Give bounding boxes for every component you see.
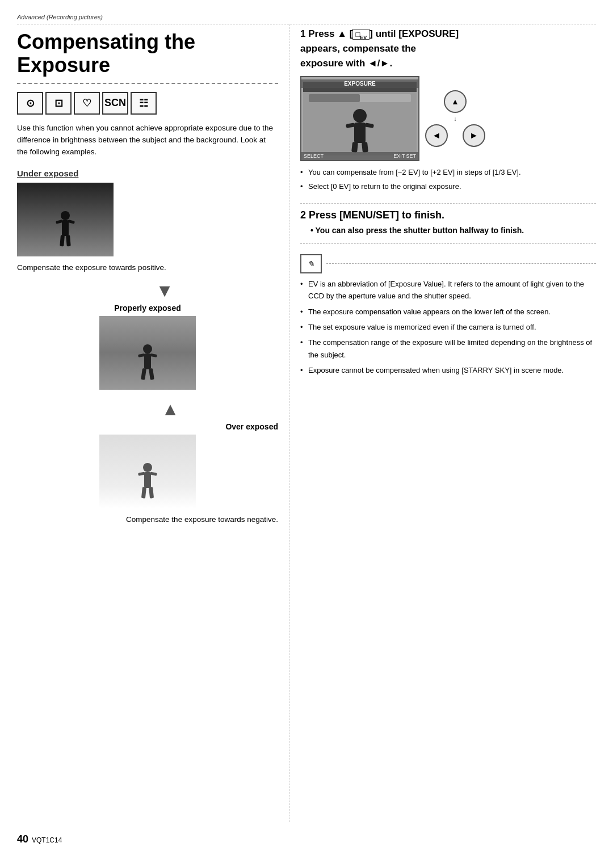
left-column: Compensating the Exposure ⊙ ⊡ ♡ SCN ☷ Us… <box>17 24 289 822</box>
page-title: Compensating the Exposure <box>17 30 278 77</box>
camera-screen-area: EXPOSURE <box>300 76 596 161</box>
mode-icon-list: ☷ <box>131 92 157 115</box>
svg-rect-16 <box>141 487 146 499</box>
step1-section: 1 Press ▲ [□EV] until [EXPOSURE]appears,… <box>300 27 596 204</box>
note-icon-row: ✎ <box>300 254 596 273</box>
svg-rect-8 <box>138 353 145 357</box>
step1-bullets: You can compensate from [−2 EV] to [+2 E… <box>300 167 596 193</box>
svg-point-22 <box>353 109 367 123</box>
svg-rect-3 <box>68 219 75 224</box>
breadcrumb: Advanced (Recording pictures) <box>17 14 596 20</box>
step1-number: 1 Press ▲ [ <box>300 28 352 39</box>
step1-bullet1: You can compensate from [−2 EV] to [+2 E… <box>300 167 596 179</box>
nav-label: ↓ <box>454 115 457 122</box>
proper-silhouette <box>133 343 162 383</box>
mode-icon-normal: ⊙ <box>17 92 43 115</box>
over-exposed-photo <box>99 435 196 508</box>
svg-rect-9 <box>150 353 157 357</box>
svg-rect-13 <box>144 472 151 488</box>
svg-point-0 <box>61 211 70 220</box>
step1-bullet2: Select [0 EV] to return to the original … <box>300 181 596 193</box>
note-bullet2: The exposure compensation value appears … <box>300 306 596 318</box>
screen-exit: EXIT SET <box>393 153 416 159</box>
right-column: 1 Press ▲ [□EV] until [EXPOSURE]appears,… <box>289 24 596 822</box>
nav-left-btn: ◄ <box>425 124 448 147</box>
over-exposed-label: Over exposed <box>17 422 278 431</box>
note-bullet1: EV is an abbreviation of [Exposure Value… <box>300 278 596 302</box>
nav-lr-row: ◄ ► <box>425 124 485 147</box>
mode-icons-row: ⊙ ⊡ ♡ SCN ☷ <box>17 92 278 115</box>
svg-rect-21 <box>309 94 360 102</box>
svg-rect-11 <box>149 368 154 380</box>
svg-rect-17 <box>149 487 154 499</box>
note-bullets-list: EV is an abbreviation of [Exposure Value… <box>300 278 596 377</box>
step2-section: 2 Press [MENU/SET] to finish. • You can … <box>300 209 596 244</box>
screen-select: SELECT <box>304 153 324 159</box>
step1-icon-ev: □EV <box>352 29 370 40</box>
over-exposed-caption: Compensate the exposure towards negative… <box>17 514 278 525</box>
under-exposed-caption: Compensate the exposure towards positive… <box>17 262 278 273</box>
over-silhouette <box>133 462 162 502</box>
svg-rect-15 <box>150 471 157 475</box>
svg-point-12 <box>143 463 152 472</box>
model-number: VQT1C14 <box>32 836 62 844</box>
nav-buttons: ▲ ↓ ◄ ► <box>425 90 485 147</box>
svg-rect-5 <box>66 235 71 247</box>
svg-rect-4 <box>60 235 65 247</box>
note-icon: ✎ <box>300 254 322 273</box>
note-dashes <box>326 263 596 264</box>
note-bullet4: The compensation range of the exposure w… <box>300 336 596 361</box>
svg-point-6 <box>143 344 152 353</box>
camera-screen: EXPOSURE <box>300 76 419 161</box>
properly-exposed-label: Properly exposed <box>17 304 278 313</box>
screen-content <box>303 82 417 155</box>
under-silhouette <box>51 210 79 250</box>
page: Advanced (Recording pictures) Compensati… <box>0 0 613 868</box>
nav-right-btn: ► <box>463 124 485 147</box>
mode-icon-heart: ♡ <box>74 92 100 115</box>
screen-bottom: SELECT EXIT SET <box>301 152 418 160</box>
page-footer: 40 VQT1C14 <box>17 833 596 845</box>
step2-title: 2 Press [MENU/SET] to finish. <box>300 209 596 221</box>
svg-rect-10 <box>141 368 146 380</box>
under-exposed-photo <box>17 183 114 256</box>
properly-exposed-photo <box>99 316 196 390</box>
description-text: Use this function when you cannot achiev… <box>17 123 278 158</box>
nav-up-btn: ▲ <box>444 90 467 113</box>
svg-rect-2 <box>56 219 63 224</box>
notes-section: ✎ EV is an abbreviation of [Exposure Val… <box>300 250 596 377</box>
note-bullet3: The set exposure value is memorized even… <box>300 321 596 333</box>
svg-rect-23 <box>354 123 366 143</box>
screen-label: EXPOSURE <box>301 79 418 88</box>
svg-rect-27 <box>362 142 368 153</box>
under-exposed-heading: Under exposed <box>17 168 278 178</box>
mode-icon-scn: SCN <box>102 92 128 115</box>
svg-rect-1 <box>62 220 69 236</box>
page-number: 40 <box>17 833 28 845</box>
step1-title: 1 Press ▲ [□EV] until [EXPOSURE]appears,… <box>300 27 596 70</box>
arrow-down-icon: ▼ <box>51 280 278 301</box>
svg-rect-26 <box>351 142 358 153</box>
svg-rect-14 <box>138 471 145 475</box>
arrow-up-icon: ▲ <box>62 399 278 420</box>
note-bullet5: Exposure cannot be compensated when usin… <box>300 364 596 376</box>
step2-sub: • You can also press the shutter button … <box>300 225 596 237</box>
mode-icon-square: ⊡ <box>45 92 72 115</box>
svg-rect-7 <box>144 353 151 369</box>
